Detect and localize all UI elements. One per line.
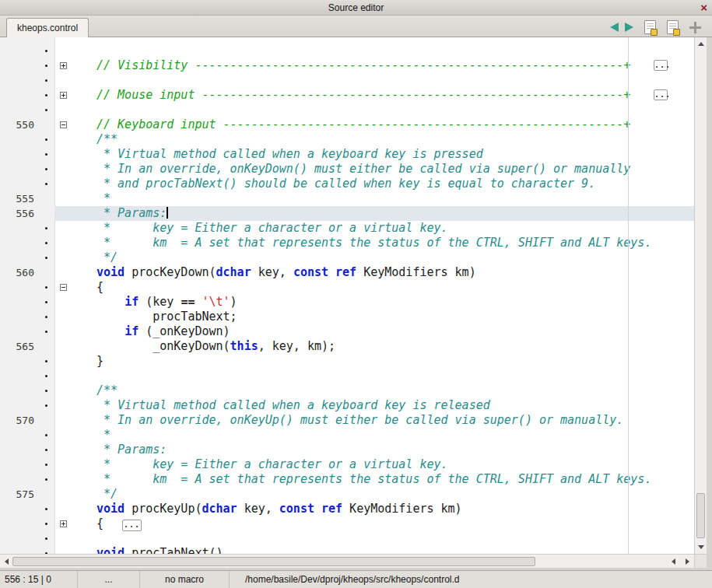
scroll-right-button[interactable]: [681, 555, 693, 568]
horizontal-scrollbar[interactable]: [0, 554, 694, 568]
code-text[interactable]: * Virtual method called when a keyboard …: [73, 398, 694, 413]
code-line[interactable]: *: [0, 428, 694, 443]
code-text[interactable]: */: [73, 487, 694, 502]
code-line[interactable]: * key = Either a character or a virtual …: [0, 221, 694, 236]
code-line[interactable]: [0, 44, 694, 58]
forward-arrow-icon[interactable]: [625, 23, 633, 32]
code-line[interactable]: * km = A set that represents the status …: [0, 472, 694, 487]
fold-toggle-icon[interactable]: [60, 520, 67, 527]
code-text[interactable]: * km = A set that represents the status …: [73, 236, 694, 250]
code-line[interactable]: * km = A set that represents the status …: [0, 236, 694, 250]
code-text[interactable]: if (key == '\t'): [73, 295, 694, 310]
code-text[interactable]: // Mouse input -------------------------…: [73, 88, 694, 103]
scroll-down-button[interactable]: [695, 541, 707, 553]
vertical-scroll-thumb[interactable]: [696, 493, 705, 538]
collapsed-fold-box[interactable]: ...: [122, 520, 142, 531]
code-text[interactable]: void procTabNext(): [73, 546, 694, 554]
code-line[interactable]: 556 * Params:: [0, 206, 694, 221]
code-line[interactable]: 575 */: [0, 487, 694, 502]
code-text[interactable]: * Virtual method called when a keyboard …: [73, 147, 694, 162]
code-line[interactable]: * key = Either a character or a virtual …: [0, 457, 694, 472]
code-text[interactable]: * and procTabNext() should be called whe…: [73, 177, 694, 191]
code-line[interactable]: * and procTabNext() should be called whe…: [0, 177, 694, 191]
code-line[interactable]: 555 *: [0, 191, 694, 206]
code-line[interactable]: // Mouse input -------------------------…: [0, 88, 694, 103]
scroll-up-button[interactable]: [695, 37, 707, 50]
code-line[interactable]: // Visibility --------------------------…: [0, 58, 694, 73]
code-text[interactable]: * km = A set that represents the status …: [73, 472, 694, 487]
code-text[interactable]: *: [73, 191, 694, 206]
code-text[interactable]: [73, 531, 694, 546]
code-text[interactable]: void procKeyDown(dchar key, const ref Ke…: [73, 265, 694, 280]
code-text[interactable]: // Visibility --------------------------…: [73, 58, 694, 73]
line-number: [0, 369, 37, 383]
fold-toggle-icon[interactable]: [60, 62, 67, 69]
code-text[interactable]: /**: [73, 132, 694, 147]
document-icon-2[interactable]: [667, 20, 679, 34]
code-text[interactable]: * In an override, onKeyDown() must eithe…: [73, 162, 694, 177]
code-line[interactable]: {...: [0, 516, 694, 531]
code-text[interactable]: }: [73, 354, 694, 369]
code-text[interactable]: if (_onKeyDown): [73, 324, 694, 339]
code-line[interactable]: /**: [0, 383, 694, 398]
code-text[interactable]: * In an override, onKeyUp() must either …: [73, 413, 694, 428]
code-line[interactable]: void procTabNext(): [0, 546, 694, 554]
code-line[interactable]: * Params:: [0, 443, 694, 457]
line-number: 565: [0, 339, 37, 354]
code-line[interactable]: }: [0, 354, 694, 369]
scroll-left-button[interactable]: [0, 555, 12, 568]
fold-toggle-icon[interactable]: [60, 92, 67, 99]
code-text[interactable]: /**: [73, 383, 694, 398]
code-text[interactable]: {: [73, 280, 694, 295]
code-line[interactable]: 550// Keyboard input -------------------…: [0, 117, 694, 132]
code-line[interactable]: * Virtual method called when a keyboard …: [0, 398, 694, 413]
code-line[interactable]: [0, 73, 694, 88]
code-text[interactable]: * key = Either a character or a virtual …: [73, 457, 694, 472]
code-text[interactable]: procTabNext;: [73, 310, 694, 324]
code-text[interactable]: *: [73, 428, 694, 443]
document-icon[interactable]: [644, 20, 656, 34]
code-text[interactable]: [73, 369, 694, 383]
code-text[interactable]: [73, 73, 694, 88]
code-text[interactable]: * Params:: [73, 206, 694, 221]
close-icon[interactable]: ×: [700, 1, 707, 15]
code-line[interactable]: void procKeyUp(dchar key, const ref KeyM…: [0, 502, 694, 516]
code-text[interactable]: // Keyboard input ----------------------…: [73, 117, 694, 132]
fold-toggle-icon[interactable]: [60, 284, 67, 291]
code-line[interactable]: 560void procKeyDown(dchar key, const ref…: [0, 265, 694, 280]
vertical-scrollbar[interactable]: [694, 37, 707, 554]
code-line[interactable]: 565 _onKeyDown(this, key, km);: [0, 339, 694, 354]
code-line[interactable]: * In an override, onKeyDown() must eithe…: [0, 162, 694, 177]
cross-icon[interactable]: [689, 22, 701, 33]
code-line[interactable]: 570 * In an override, onKeyUp() must eit…: [0, 413, 694, 428]
code-line[interactable]: * Virtual method called when a keyboard …: [0, 147, 694, 162]
collapsed-fold-box[interactable]: ...: [654, 60, 668, 71]
code-line[interactable]: [0, 103, 694, 117]
horizontal-scroll-thumb[interactable]: [12, 557, 535, 566]
code-line[interactable]: procTabNext;: [0, 310, 694, 324]
code-line[interactable]: if (_onKeyDown): [0, 324, 694, 339]
back-arrow-icon[interactable]: [610, 23, 619, 32]
collapsed-fold-box[interactable]: ...: [654, 89, 668, 100]
code-text[interactable]: * Params:: [73, 443, 694, 457]
code-text[interactable]: void procKeyUp(dchar key, const ref KeyM…: [73, 502, 694, 516]
code-line[interactable]: [0, 531, 694, 546]
gutter-dot-cell: [37, 383, 54, 398]
code-text[interactable]: */: [73, 250, 694, 265]
tab-kheops-control[interactable]: kheops.control: [6, 18, 89, 37]
code-text[interactable]: {...: [73, 516, 694, 531]
scroll-left-button-2[interactable]: [667, 555, 679, 568]
code-text[interactable]: [73, 44, 694, 58]
code-line[interactable]: if (key == '\t'): [0, 295, 694, 310]
code-line[interactable]: {: [0, 280, 694, 295]
fold-toggle-icon[interactable]: [60, 121, 67, 128]
code-editor[interactable]: // Visibility --------------------------…: [0, 37, 694, 554]
line-number: [0, 324, 37, 339]
code-line[interactable]: /**: [0, 132, 694, 147]
code-line[interactable]: */: [0, 250, 694, 265]
line-number: 555: [0, 191, 37, 206]
code-line[interactable]: [0, 369, 694, 383]
code-text[interactable]: _onKeyDown(this, key, km);: [73, 339, 694, 354]
code-text[interactable]: [73, 103, 694, 117]
code-text[interactable]: * key = Either a character or a virtual …: [73, 221, 694, 236]
